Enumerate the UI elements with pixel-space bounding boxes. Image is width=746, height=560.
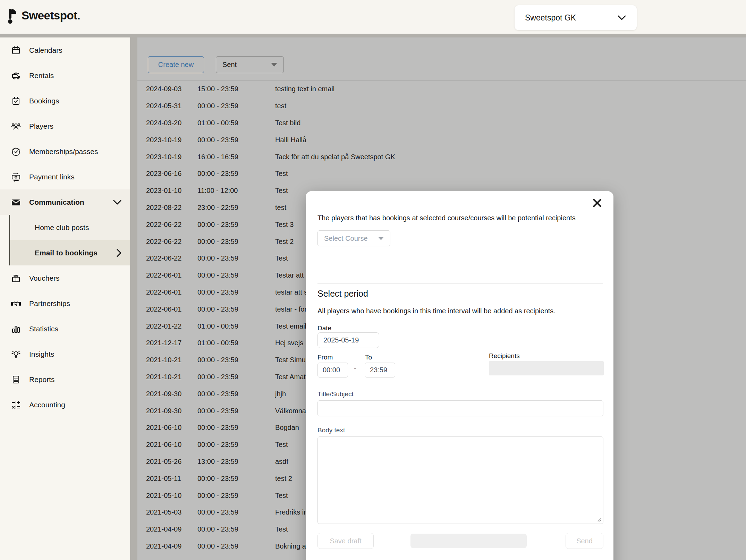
document-icon xyxy=(10,374,22,385)
envelope-filled-icon xyxy=(10,197,22,208)
sidebar-item-label: Insights xyxy=(29,350,54,358)
app-body: Create new Sent 2024-09-03 15:00 - 23:59… xyxy=(0,34,746,560)
sidebar-nav: Calendars Rentals Bookings xyxy=(0,37,130,560)
sidebar-item-partnerships[interactable]: Partnerships xyxy=(0,291,130,316)
sidebar-item-label: Players xyxy=(29,122,53,130)
sidebar-item-label: Accounting xyxy=(29,401,65,409)
section-divider xyxy=(317,382,603,382)
sidebar-item-label: Statistics xyxy=(29,325,58,333)
section-divider xyxy=(317,283,603,284)
date-input[interactable] xyxy=(317,332,379,348)
sweetspot-logo: Sweetspot. xyxy=(8,8,80,24)
schedule-placeholder-button[interactable] xyxy=(410,534,527,548)
sidebar-item-communication[interactable]: Communication xyxy=(0,189,130,215)
chevron-right-icon xyxy=(117,249,121,257)
people-icon xyxy=(10,121,22,132)
sidebar-item-label: Rentals xyxy=(29,71,54,80)
to-label: To xyxy=(365,354,372,361)
sidebar-item-insights[interactable]: Insights xyxy=(0,341,130,367)
sidebar-item-label: Vouchers xyxy=(29,274,60,282)
course-select-placeholder: Select Course xyxy=(324,235,368,243)
sidebar-item-statistics[interactable]: Statistics xyxy=(0,316,130,341)
sidebar-item-label: Reports xyxy=(29,375,55,384)
sidebar-item-calendars[interactable]: Calendars xyxy=(0,37,130,63)
body-text-textarea[interactable] xyxy=(317,436,603,524)
date-label: Date xyxy=(317,324,331,332)
sidebar-item-accounting[interactable]: Accounting xyxy=(0,392,130,417)
select-period-heading: Select period xyxy=(317,289,368,299)
chevron-down-icon xyxy=(617,15,626,20)
to-time-input[interactable] xyxy=(365,363,395,377)
time-range-separator: - xyxy=(354,363,356,372)
course-select-dropdown[interactable]: Select Course xyxy=(317,230,390,246)
sidebar-item-label: Memberships/passes xyxy=(29,147,98,156)
sidebar-item-reports[interactable]: Reports xyxy=(0,367,130,392)
send-button[interactable]: Send xyxy=(566,533,603,549)
golf-cart-icon xyxy=(10,70,22,81)
club-selector-dropdown[interactable]: Sweetspot GK xyxy=(515,5,637,30)
calendar-icon xyxy=(10,45,22,56)
sidebar-item-rentals[interactable]: Rentals xyxy=(0,63,130,88)
sidebar-item-label: Calendars xyxy=(29,46,62,54)
communication-submenu: Home club posts Email to bookings xyxy=(9,215,130,265)
sweetspot-logo-icon xyxy=(8,8,18,24)
gift-icon xyxy=(10,273,22,284)
sidebar-item-vouchers[interactable]: Vouchers xyxy=(0,265,130,291)
body-text-label: Body text xyxy=(317,426,345,434)
triangle-down-icon xyxy=(378,237,384,240)
sidebar-item-label: Communication xyxy=(29,198,84,206)
seal-check-icon xyxy=(10,146,22,157)
sidebar-item-label: Payment links xyxy=(29,173,75,181)
sidebar-subitem-email-to-bookings[interactable]: Email to bookings xyxy=(10,240,130,265)
sidebar-subitem-label: Home club posts xyxy=(35,223,89,232)
sidebar-item-players[interactable]: Players xyxy=(0,113,130,139)
from-label: From xyxy=(317,354,333,361)
sidebar-item-label: Partnerships xyxy=(29,299,70,308)
app-screen: Sweetspot. Sweetspot GK Create new Sent xyxy=(0,0,746,560)
sidebar-item-label: Bookings xyxy=(29,97,59,105)
from-time-input[interactable] xyxy=(317,363,348,377)
chevron-down-icon xyxy=(113,200,121,205)
bar-chart-icon xyxy=(10,323,22,334)
logo-wordmark: Sweetspot. xyxy=(22,9,80,22)
recipients-label: Recipients xyxy=(489,352,520,360)
sidebar-item-payment-links[interactable]: Payment links xyxy=(0,164,130,189)
sidebar-subitem-home-club-posts[interactable]: Home club posts xyxy=(10,215,130,240)
modal-intro-text: The players that has bookings at selecte… xyxy=(317,214,592,222)
banknote-arrows-icon xyxy=(10,171,22,183)
club-selector-value: Sweetspot GK xyxy=(525,13,617,23)
select-period-description: All players who have bookings in this ti… xyxy=(317,307,595,315)
save-draft-button[interactable]: Save draft xyxy=(317,533,374,549)
title-subject-input[interactable] xyxy=(317,400,603,416)
close-icon[interactable] xyxy=(592,197,604,209)
handshake-icon xyxy=(10,298,22,309)
sidebar-subitem-label: Email to bookings xyxy=(35,249,98,257)
title-subject-label: Title/Subject xyxy=(317,390,354,398)
math-symbols-icon xyxy=(10,399,22,410)
top-header: Sweetspot. Sweetspot GK xyxy=(0,0,746,34)
lightbulb-icon xyxy=(10,349,22,360)
email-to-bookings-modal: The players that has bookings at selecte… xyxy=(306,191,613,560)
recipients-field[interactable] xyxy=(489,361,604,375)
calendar-check-icon xyxy=(10,95,22,107)
sidebar-item-bookings[interactable]: Bookings xyxy=(0,88,130,113)
sidebar-item-memberships[interactable]: Memberships/passes xyxy=(0,139,130,164)
